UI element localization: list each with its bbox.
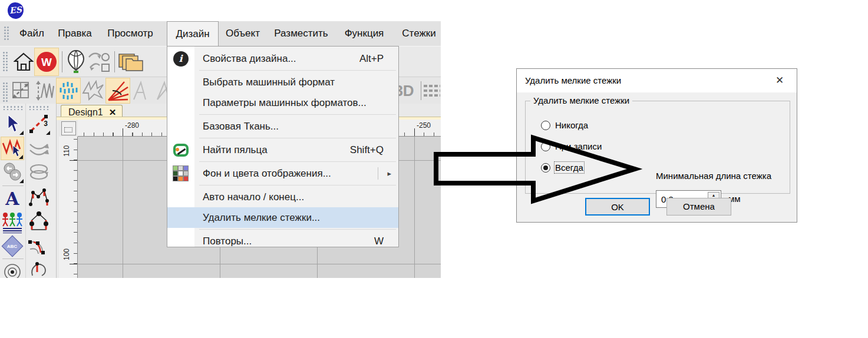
toolbar-grip-icon[interactable] [2,51,8,71]
submenu-arrow-icon: ▸ [387,163,391,184]
stipple-run-button[interactable] [56,78,81,104]
digitize-column-tool[interactable] [27,233,51,257]
menu-item-base-fabric[interactable]: Базовая Ткань... [167,116,398,137]
freehand-shape-icon [29,259,49,277]
grid-line [78,264,441,264]
radio-never[interactable]: Никогда [541,120,588,130]
menu-item-machine-format-options[interactable]: Параметры машинных форматов... [167,92,398,113]
radio-label: При записи [555,141,602,151]
select-tool[interactable] [1,112,24,135]
digitize-closed-shape-tool[interactable] [27,210,51,233]
ruler-origin-button[interactable] [61,121,76,135]
menu-item-auto-start-end[interactable]: Авто начало / конец... [167,187,398,207]
menu-function[interactable]: Функция [338,21,390,46]
toolbox-divider [2,259,24,259]
node-polygon-icon [28,187,50,209]
screenshot-stage: ES Файл Правка Просмотр Дизайн Объект Ра… [0,0,868,338]
cancel-button[interactable]: Отмена [666,198,731,216]
ruler-label: -280 [125,121,139,130]
freehand-tool[interactable] [27,258,51,278]
radio-circle-icon [541,121,550,130]
arc-tool[interactable] [27,137,51,160]
stitch-length-tool[interactable]: 3 [27,112,51,135]
stitch-edit-tool[interactable] [1,137,24,160]
app-window: ES Файл Правка Просмотр Дизайн Объект Ра… [0,0,441,278]
menu-item-label: Повторы... [203,231,252,251]
menu-separator [199,70,396,71]
menu-design[interactable]: Дизайн [167,21,219,46]
ruler-origin-icon [64,127,72,132]
digitize-open-shape-tool[interactable] [27,186,51,210]
radio-circle-icon [541,142,550,151]
auto-split-button[interactable] [34,79,55,102]
menu-item-remove-small-stitches[interactable]: Удалить мелкие стежки... [167,207,398,228]
title-bar: ES [0,0,441,21]
toolbar-grip-icon[interactable] [28,105,49,110]
measure-zigzag-icon [34,80,54,101]
rotate-rings-icon [28,163,49,181]
show-stitches-button[interactable] [423,82,441,100]
svg-text:3: 3 [44,120,48,128]
radio-on-save[interactable]: При записи [541,141,602,151]
transform-objects-icon [88,51,111,74]
vertical-ruler[interactable]: 110 100 [59,137,78,278]
toolbox: A ABC 3 [0,104,57,278]
grid-arrow-icon [11,80,32,101]
remove-small-stitches-dialog: Удалить мелкие стежки ✕ Удалить мелкие с… [516,68,797,223]
radio-always[interactable]: Всегда [541,163,583,173]
ruler-major-tick [123,128,123,136]
sculpture-run-button[interactable] [82,79,104,102]
menu-item-label: Выбрать машинный формат [203,72,335,92]
open-designs-button[interactable] [117,49,145,74]
menu-separator [199,114,396,115]
menu-file[interactable]: Файл [15,21,49,46]
menu-view[interactable]: Просмотр [101,21,160,46]
dialog-title: Удалить мелкие стежки [517,69,797,92]
menu-arrange[interactable]: Разместить [269,21,333,46]
menu-item-select-machine-format[interactable]: Выбрать машинный формат [167,72,398,92]
contour-button-disabled[interactable] [131,79,152,102]
monogram-tool[interactable]: ABC [1,234,24,258]
team-names-icon [2,212,23,233]
menu-separator [199,229,396,230]
toolbar-grip-icon[interactable] [2,82,8,102]
menu-item-find-hoop[interactable]: Найти пяльца Shift+Q [167,140,398,160]
menu-item-design-properties[interactable]: i Свойства дизайна... Alt+P [167,48,398,69]
menu-item-label: Параметры машинных форматов... [203,92,367,113]
coreldraw-button[interactable] [65,49,87,75]
fusion-fill-button[interactable] [10,79,32,102]
monogram-abc-icon: ABC [2,236,24,257]
toolbar-grip-icon[interactable] [2,105,24,110]
circles-tool[interactable] [1,261,24,278]
curve-arrows-icon [28,138,49,158]
lettering-tool[interactable]: A [1,187,24,211]
ok-button[interactable]: OK [585,198,650,216]
dialog-close-icon[interactable]: ✕ [771,69,788,92]
radial-fill-button[interactable] [105,78,130,104]
wilcom-button[interactable]: W [34,48,59,76]
toolbox-column-separator [25,104,26,278]
menu-edit[interactable]: Правка [53,21,97,46]
menu-item-repeats[interactable]: Повторы... W [167,231,398,251]
ruler-major-tick [414,128,415,136]
radio-circle-icon [541,163,550,173]
stitch-edit-icon [2,138,23,158]
ruler-label: -250 [417,121,431,130]
mirror-copy-tool[interactable] [1,160,24,184]
menu-item-label: Базовая Ткань... [203,116,279,137]
select-arrow-icon [4,114,21,133]
home-button[interactable] [12,49,35,74]
menu-separator [199,161,396,162]
folders-icon [118,51,144,73]
transform-button[interactable] [87,50,112,75]
ruler-major-tick [70,160,77,161]
menu-object[interactable]: Объект [222,21,264,46]
menu-item-background-colors[interactable]: Фон и цвета отображения... ▸ [167,163,398,184]
rotate-tool[interactable] [27,160,51,184]
radio-label: Никогда [555,120,588,130]
balloon-icon [67,50,85,74]
menu-stitches[interactable]: Стежки [398,21,440,46]
toolbar-separator [421,81,421,100]
team-names-tool[interactable] [1,211,24,234]
toolbar-grip-icon[interactable] [4,26,9,41]
